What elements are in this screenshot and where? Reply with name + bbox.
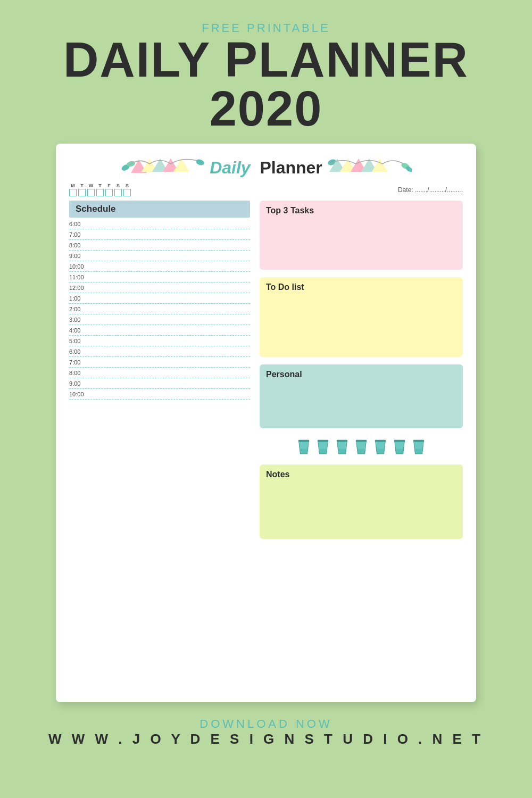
time-label: 9.00 — [69, 380, 250, 387]
time-slot: 6:00 — [69, 348, 250, 357]
banner-right — [327, 154, 412, 181]
time-line — [69, 325, 250, 325]
time-slot: 9.00 — [69, 380, 250, 389]
time-line — [69, 271, 250, 272]
time-label: 7:00 — [69, 231, 250, 238]
svg-rect-19 — [356, 440, 367, 442]
water-cup-icon — [354, 438, 369, 455]
time-slot: 1:00 — [69, 295, 250, 304]
day-box: F — [105, 183, 113, 196]
water-cup-icon — [315, 438, 330, 455]
svg-rect-18 — [337, 440, 348, 442]
card-daily-word: Daily — [210, 158, 250, 177]
time-slot: 12:00 — [69, 285, 250, 293]
time-label: 11:00 — [69, 274, 250, 280]
svg-rect-17 — [318, 440, 329, 442]
water-cup-icon — [392, 438, 407, 455]
day-box: T — [96, 183, 104, 196]
water-tracker-row — [260, 436, 463, 457]
days-boxes: MTWTFSS — [69, 183, 131, 196]
notes-title: Notes — [266, 470, 456, 479]
time-line — [69, 346, 250, 346]
left-banner-icon — [120, 154, 205, 181]
time-label: 12:00 — [69, 285, 250, 291]
water-cup-icon — [296, 438, 311, 455]
card-title-text: Daily Planner — [205, 158, 327, 178]
svg-marker-6 — [173, 159, 189, 172]
day-checkbox[interactable] — [123, 189, 131, 196]
time-line — [69, 356, 250, 357]
personal-box: Personal — [260, 364, 463, 428]
time-slot: 9:00 — [69, 253, 250, 261]
time-label: 1:00 — [69, 295, 250, 302]
time-line — [69, 378, 250, 378]
day-checkbox[interactable] — [78, 189, 86, 196]
time-label: 8:00 — [69, 370, 250, 376]
time-slot: 8:00 — [69, 370, 250, 378]
svg-rect-20 — [375, 440, 386, 442]
water-cup-icon — [373, 438, 388, 455]
two-column-layout: Schedule 6:007:008:009:0010:0011:0012:00… — [69, 201, 463, 539]
time-line — [69, 282, 250, 282]
time-label: 7:00 — [69, 359, 250, 365]
time-line — [69, 367, 250, 368]
time-label: 9:00 — [69, 253, 250, 259]
time-label: 8:00 — [69, 242, 250, 248]
time-slot: 5:00 — [69, 338, 250, 346]
svg-point-7 — [195, 159, 205, 167]
svg-rect-16 — [298, 440, 310, 442]
day-checkbox[interactable] — [87, 189, 95, 196]
banner-left — [120, 154, 205, 181]
time-slot: 7:00 — [69, 231, 250, 240]
time-label: 5:00 — [69, 338, 250, 344]
time-slot: 10:00 — [69, 391, 250, 400]
time-slot: 11:00 — [69, 274, 250, 282]
svg-rect-21 — [394, 440, 405, 442]
time-label: 3:00 — [69, 317, 250, 323]
time-line — [69, 303, 250, 304]
personal-title: Personal — [266, 370, 456, 379]
card-planner-word: Planner — [260, 158, 322, 177]
time-line — [69, 261, 250, 261]
planner-card: Daily Planner M — [56, 144, 476, 702]
time-slot: 7:00 — [69, 359, 250, 368]
time-slot: 2:00 — [69, 306, 250, 314]
water-cup-icon — [335, 438, 350, 455]
right-banner-icon — [327, 154, 412, 181]
time-line — [69, 239, 250, 240]
day-checkbox[interactable] — [96, 189, 104, 196]
time-line — [69, 229, 250, 229]
time-label: 6:00 — [69, 221, 250, 227]
svg-rect-22 — [413, 440, 425, 442]
water-cup-icon — [411, 438, 426, 455]
time-slots-container: 6:007:008:009:0010:0011:0012:001:002:003… — [69, 221, 250, 400]
todolist-box: To Do list — [260, 277, 463, 357]
page-header: FREE PRINTABLE DAILY PLANNER 2020 — [0, 0, 532, 133]
time-line — [69, 314, 250, 314]
website-url: W W W . J O Y D E S I G N S T U D I O . … — [48, 731, 484, 747]
date-field: Date: ......./........./......... — [398, 186, 463, 194]
time-slot: 6:00 — [69, 221, 250, 229]
page-footer: DOWNLOAD NOW W W W . J O Y D E S I G N S… — [48, 717, 484, 747]
schedule-column: Schedule 6:007:008:009:0010:0011:0012:00… — [69, 201, 250, 539]
day-box: S — [123, 183, 131, 196]
notes-box: Notes — [260, 464, 463, 539]
right-column: Top 3 Tasks To Do list Personal — [260, 201, 463, 539]
time-slot: 10:00 — [69, 263, 250, 272]
days-row: MTWTFSS Date: ......./........./........… — [69, 183, 463, 196]
page-title: DAILY PLANNER 2020 — [0, 35, 532, 133]
day-box: W — [87, 183, 95, 196]
download-label: DOWNLOAD NOW — [48, 717, 484, 731]
day-box: S — [114, 183, 122, 196]
top3tasks-title: Top 3 Tasks — [266, 206, 456, 215]
day-checkbox[interactable] — [105, 189, 113, 196]
day-box: T — [78, 183, 86, 196]
time-label: 10:00 — [69, 263, 250, 270]
day-checkbox[interactable] — [114, 189, 122, 196]
page-wrapper: FREE PRINTABLE DAILY PLANNER 2020 — [0, 0, 532, 798]
time-line — [69, 250, 250, 251]
time-slot: 3:00 — [69, 317, 250, 325]
time-line — [69, 399, 250, 400]
day-checkbox[interactable] — [69, 189, 77, 196]
time-slot: 4:00 — [69, 327, 250, 336]
